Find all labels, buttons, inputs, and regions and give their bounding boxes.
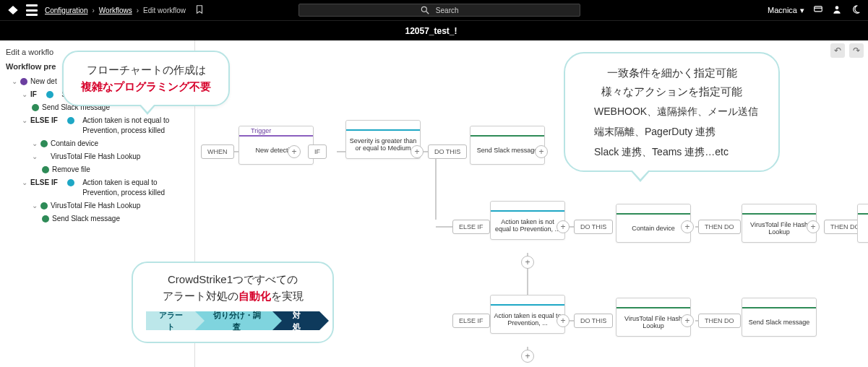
search-icon — [420, 5, 430, 15]
callout-bubble: 一致条件を細かく指定可能 様々なアクションを指定可能 WEBHOOK、遠隔操作、… — [564, 52, 780, 172]
tree-action[interactable]: ⌄Contain device — [32, 137, 192, 150]
breadcrumb-current: Edit workflow — [143, 7, 186, 14]
action-icon — [861, 206, 867, 212]
breadcrumb-workflows[interactable]: Workflows — [99, 7, 132, 14]
add-button[interactable]: + — [521, 350, 534, 363]
add-button[interactable]: + — [681, 220, 694, 233]
action-icon — [40, 202, 48, 210]
bookmark-icon[interactable] — [194, 4, 205, 16]
node-condition[interactable]: Condition Severity is greater than or eq… — [345, 120, 421, 159]
ribbon-seg: 切り分け・調査 — [195, 311, 272, 330]
tree-action[interactable]: Remove file — [42, 163, 192, 176]
condition-icon — [67, 179, 74, 186]
thendo-pill: THEN DO — [698, 314, 741, 328]
tree-action[interactable]: ⌄VirusTotal File Hash Lookup — [32, 199, 192, 212]
node-action[interactable]: Action Send Slack message — [470, 126, 545, 165]
node-action[interactable]: Action Contain device — [616, 204, 691, 243]
chevron-down-icon: ▾ — [800, 6, 804, 15]
svg-point-4 — [835, 6, 839, 9]
thendo-pill: THEN DO — [698, 220, 741, 234]
add-button[interactable]: + — [807, 220, 820, 233]
trigger-icon — [242, 128, 248, 134]
undo-button[interactable]: ↶ — [830, 43, 845, 58]
condition-icon — [349, 122, 355, 128]
logo-icon — [7, 4, 19, 16]
canvas-toolbar: ↶ ↷ — [830, 43, 864, 58]
theme-icon[interactable] — [851, 4, 861, 16]
action-icon — [619, 206, 625, 212]
node-condition[interactable]: Condition Action taken is not equal to P… — [490, 201, 565, 240]
tree-elseif[interactable]: ⌄ELSE IF Action taken is not equal to Pr… — [22, 114, 192, 137]
node-action[interactable]: Action VirusTotal File Hash Lookup — [742, 204, 817, 243]
elseif-pill: ELSE IF — [452, 314, 490, 328]
user-icon[interactable] — [832, 4, 842, 16]
action-icon — [745, 300, 751, 306]
if-pill: IF — [308, 144, 327, 159]
action-icon — [745, 206, 751, 212]
breadcrumb-config[interactable]: Configuration — [45, 7, 87, 14]
add-button[interactable]: + — [681, 314, 694, 327]
breadcrumb: Configuration › Workflows › Edit workflo… — [45, 4, 205, 16]
node-action[interactable]: Action Send Slack message — [742, 298, 817, 337]
top-bar: Configuration › Workflows › Edit workflo… — [0, 0, 868, 20]
process-ribbon: アラート 切り分け・調査 対 処 — [146, 311, 319, 330]
trigger-icon — [20, 78, 27, 85]
condition-icon — [494, 203, 499, 209]
action-icon — [42, 166, 49, 173]
add-button[interactable]: + — [557, 220, 570, 233]
action-icon — [32, 104, 39, 111]
add-button[interactable]: + — [521, 256, 534, 269]
workflow-title: 12057_test_! — [405, 26, 457, 36]
menu-icon[interactable] — [26, 4, 38, 16]
svg-point-0 — [421, 7, 426, 12]
chat-icon[interactable] — [813, 4, 823, 16]
account-menu[interactable]: Macnica ▾ — [768, 6, 804, 15]
add-button[interactable]: + — [535, 145, 548, 158]
dothis-pill: DO THIS — [428, 144, 467, 159]
condition-icon — [67, 117, 74, 124]
tree-elseif[interactable]: ⌄ELSE IF Action taken is equal to Preven… — [22, 176, 192, 199]
dothis-pill: DO THIS — [574, 220, 613, 234]
add-button[interactable]: + — [288, 145, 301, 158]
svg-rect-2 — [815, 7, 822, 12]
ribbon-seg: アラート — [146, 311, 195, 330]
action-icon — [619, 300, 625, 306]
chevron-right-icon: › — [137, 7, 139, 14]
node-condition[interactable]: Condition Action taken is equal to Preve… — [490, 295, 565, 334]
search-placeholder: Search — [436, 7, 459, 14]
title-bar: 12057_test_! — [0, 20, 868, 40]
when-pill: WHEN — [201, 144, 234, 159]
node-action[interactable]: Action Remove file — [857, 204, 868, 243]
node-trigger[interactable]: Trigger New detection — [239, 126, 314, 165]
search-input[interactable]: Search — [298, 4, 580, 17]
node-action[interactable]: Action VirusTotal File Hash Lookup — [616, 298, 691, 337]
condition-icon — [46, 91, 53, 98]
action-icon — [42, 215, 49, 223]
callout-bubble: CrowdStrike1つですべての アラート対処の自動化を実現 アラート 切り… — [132, 262, 334, 343]
add-button[interactable]: + — [411, 145, 424, 158]
tree-item[interactable]: ⌄VirusTotal File Hash Lookup — [32, 150, 192, 163]
condition-icon — [494, 297, 499, 303]
action-icon — [473, 128, 479, 134]
chevron-right-icon: › — [92, 7, 94, 14]
dothis-pill: DO THIS — [574, 314, 613, 328]
tree-action[interactable]: Send Slack message — [42, 212, 192, 225]
elseif-pill: ELSE IF — [452, 220, 490, 234]
redo-button[interactable]: ↷ — [849, 43, 864, 58]
callout-bubble: フローチャートの作成は 複雑なプログラミング不要 — [62, 51, 230, 106]
add-button[interactable]: + — [557, 314, 570, 327]
action-icon — [40, 140, 48, 147]
svg-line-1 — [426, 12, 429, 14]
